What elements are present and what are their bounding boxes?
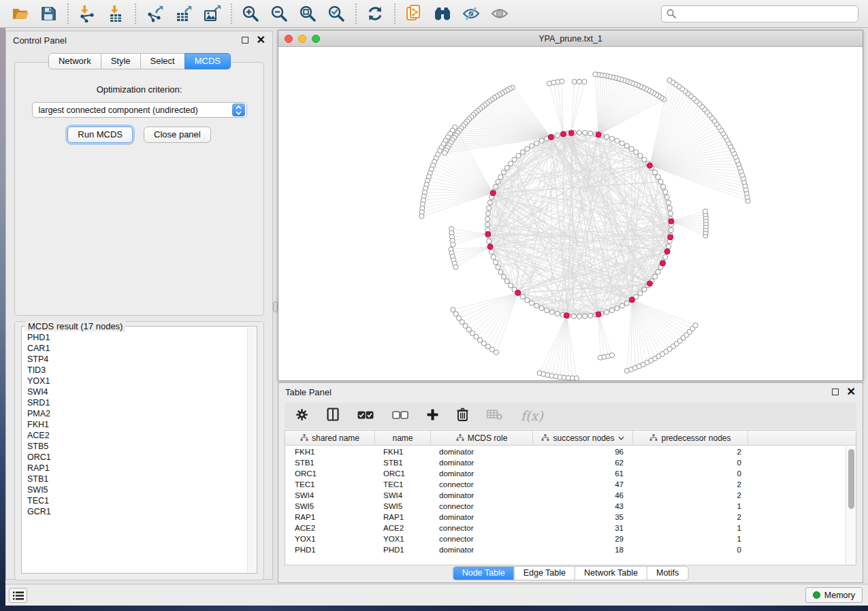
table-cell: PHD1 <box>375 546 431 554</box>
mcds-result-item[interactable]: ACE2 <box>23 430 246 441</box>
table-row[interactable]: PHD1PHD1dominator180 <box>285 544 846 555</box>
tab-select[interactable]: Select <box>140 53 185 69</box>
control-panel-title: Control Panel <box>13 35 67 46</box>
table-cell: YOX1 <box>375 535 431 543</box>
delete-column-button[interactable] <box>457 408 468 424</box>
mcds-result-item[interactable]: STB5 <box>23 441 246 452</box>
table-cell: SWI5 <box>285 502 375 510</box>
save-button[interactable] <box>37 3 60 24</box>
export-table-button[interactable] <box>172 3 195 24</box>
table-row[interactable]: FKH1FKH1dominator962 <box>285 446 846 457</box>
eye-slash-icon <box>462 5 481 22</box>
close-panel-button[interactable]: Close panel <box>144 127 211 143</box>
table-row[interactable]: YOX1YOX1connector291 <box>285 533 846 544</box>
column-header-predecessor-nodes[interactable]: predecessor nodes <box>633 431 748 445</box>
close-panel-icon[interactable]: ✕ <box>257 37 266 44</box>
mcds-result-item[interactable]: YOX1 <box>23 376 246 386</box>
tab-style[interactable]: Style <box>101 53 141 69</box>
node-table-header: shared name name MCDS role <box>285 431 856 446</box>
delete-table-button[interactable] <box>487 410 502 423</box>
deselect-all-rows-button[interactable] <box>392 410 408 422</box>
mcds-result-item[interactable]: ORC1 <box>23 452 246 463</box>
select-all-rows-button[interactable] <box>357 410 374 422</box>
table-row[interactable]: SWI5SWI5connector431 <box>285 501 846 512</box>
tab-mcds[interactable]: MCDS <box>184 53 231 69</box>
zoom-selected-button[interactable] <box>325 3 348 24</box>
mcds-result-item[interactable]: PMA2 <box>23 408 246 419</box>
network-canvas[interactable] <box>278 47 863 380</box>
mcds-result-item[interactable]: FKH1 <box>23 419 246 430</box>
add-column-button[interactable] <box>427 409 438 423</box>
criterion-select[interactable]: largest connected component (undirected) <box>32 102 247 118</box>
mcds-result-item[interactable]: TID3 <box>23 365 246 376</box>
import-table-button[interactable] <box>104 3 127 24</box>
memory-button[interactable]: Memory <box>805 587 863 603</box>
open-button[interactable] <box>8 3 31 24</box>
table-cell: 31 <box>533 524 633 532</box>
network-window-titlebar[interactable]: YPA_prune.txt_1 <box>278 31 863 47</box>
mcds-result-item[interactable]: STB1 <box>23 474 246 484</box>
float-panel-icon[interactable] <box>242 37 248 44</box>
run-mcds-button[interactable]: Run MCDS <box>67 127 133 143</box>
table-scrollbar-thumb[interactable] <box>848 449 854 509</box>
mcds-result-item[interactable]: CAR1 <box>23 343 246 354</box>
column-header-successor-nodes[interactable]: successor nodes <box>533 431 633 445</box>
table-cell: 62 <box>533 459 633 467</box>
mcds-result-item[interactable]: TEC1 <box>23 495 246 506</box>
table-row[interactable]: TEC1TEC1connector472 <box>285 479 846 490</box>
zoom-out-button[interactable] <box>268 3 291 24</box>
zoom-fit-button[interactable] <box>296 3 319 24</box>
list-icon <box>13 591 24 600</box>
tab-motifs[interactable]: Motifs <box>647 567 688 580</box>
table-cell: 2 <box>633 491 748 499</box>
mcds-result-list[interactable]: PHD1CAR1STP4TID3YOX1SWI4SRD1PMA2FKH1ACE2… <box>23 329 246 572</box>
mcds-result-item[interactable]: PHD1 <box>23 332 246 343</box>
new-network-from-selection-icon <box>405 4 423 23</box>
table-row[interactable]: RAP1RAP1dominator352 <box>285 512 846 523</box>
mcds-result-item[interactable]: STP4 <box>23 354 246 365</box>
show-hide-preview-button[interactable] <box>488 3 511 24</box>
refresh-button[interactable] <box>364 3 387 24</box>
search-network-button[interactable] <box>431 3 454 24</box>
import-network-button[interactable] <box>76 3 99 24</box>
vertical-splitter-handle[interactable] <box>273 301 278 312</box>
close-panel-icon[interactable]: ✕ <box>847 389 856 395</box>
tab-network[interactable]: Network <box>48 53 101 69</box>
tab-edge-table[interactable]: Edge Table <box>514 567 575 580</box>
mcds-list-scrollbar[interactable] <box>247 327 256 572</box>
mcds-result-item[interactable]: RAP1 <box>23 463 246 474</box>
tab-network-table[interactable]: Network Table <box>575 567 647 580</box>
float-panel-icon[interactable] <box>832 389 839 395</box>
mcds-result-item[interactable]: GCR1 <box>23 506 246 517</box>
new-network-from-selection-button[interactable] <box>402 3 425 24</box>
column-header-shared-name[interactable]: shared name <box>285 431 375 445</box>
table-row[interactable]: SWI4SWI4dominator462 <box>285 490 846 501</box>
table-cell: FKH1 <box>285 448 375 456</box>
mcds-result-item[interactable]: SRD1 <box>23 397 246 408</box>
memory-status-icon <box>813 591 820 599</box>
task-history-button[interactable] <box>9 588 27 603</box>
eye-icon <box>490 5 509 22</box>
mcds-result-item[interactable]: SWI4 <box>23 386 246 397</box>
function-builder-button[interactable]: f(x) <box>521 408 543 423</box>
column-header-mcds-role[interactable]: MCDS role <box>431 431 533 445</box>
toolbar-search[interactable] <box>661 5 858 22</box>
show-hide-style-button[interactable] <box>460 3 483 24</box>
mcds-result-item[interactable]: SWI5 <box>23 484 246 495</box>
table-row[interactable]: STB1STB1dominator620 <box>285 457 846 468</box>
table-row[interactable]: ACE2ACE2connector311 <box>285 523 846 533</box>
control-panel: Control Panel ✕ Network Style Select MCD… <box>5 31 273 580</box>
search-input[interactable] <box>680 9 853 18</box>
application-window: Control Panel ✕ Network Style Select MCD… <box>0 0 868 611</box>
tab-node-table[interactable]: Node Table <box>453 567 514 580</box>
table-cell: dominator <box>431 448 533 456</box>
export-table-icon <box>174 5 193 22</box>
table-column-layout-button[interactable] <box>327 408 339 424</box>
column-header-name[interactable]: name <box>375 431 431 445</box>
table-scrollbar[interactable] <box>846 446 856 565</box>
export-network-button[interactable] <box>143 3 166 24</box>
zoom-in-button[interactable] <box>239 3 262 24</box>
table-settings-button[interactable] <box>295 408 308 424</box>
export-image-button[interactable] <box>200 3 223 24</box>
table-row[interactable]: ORC1ORC1dominator610 <box>285 468 846 479</box>
